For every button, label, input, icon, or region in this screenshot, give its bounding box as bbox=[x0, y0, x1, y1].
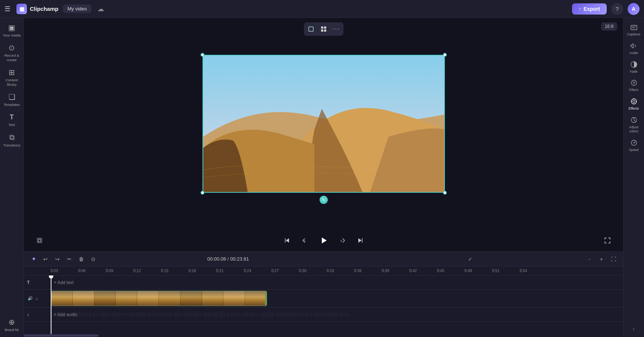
sidebar-item-templates[interactable]: ❑ Templates bbox=[1, 90, 22, 109]
redo-button[interactable]: ↪ bbox=[52, 254, 63, 264]
sidebar-label-transitions: Transitions bbox=[3, 143, 20, 147]
svg-rect-0 bbox=[309, 27, 313, 31]
filters-icon bbox=[630, 79, 638, 87]
zoom-out-button[interactable]: - bbox=[584, 254, 595, 264]
audio-label: Audio bbox=[629, 51, 638, 55]
timeline-area: ✦ ↩ ↪ ✂ 🗑 ⊙ 00:00.08 / 00:23.81 ✓ - + ⛶ bbox=[24, 251, 623, 337]
video-thumbnails bbox=[51, 291, 267, 306]
effects-label: Effects bbox=[629, 107, 639, 111]
right-sidebar-captions[interactable]: Captions bbox=[625, 21, 643, 39]
hamburger-button[interactable]: ☰ bbox=[4, 5, 10, 13]
sidebar-item-content-library[interactable]: ⊞ Content library bbox=[1, 66, 22, 89]
timeline-ruler: 0:03 0:06 0:09 0:12 0:15 0:18 0:21 0:24 … bbox=[24, 267, 623, 275]
skip-to-end-button[interactable] bbox=[354, 234, 367, 247]
video-clip[interactable] bbox=[51, 291, 267, 306]
captions-icon bbox=[630, 23, 638, 31]
thumb-4 bbox=[116, 291, 137, 306]
layout-tool-button[interactable] bbox=[318, 24, 329, 34]
play-pause-button[interactable] bbox=[316, 233, 332, 248]
audio-waveform: // Generate waveform bars inline const w… bbox=[51, 308, 623, 321]
playback-controls: 5 5 bbox=[24, 230, 623, 251]
fade-label: Fade bbox=[630, 70, 638, 74]
check-button[interactable]: ✓ bbox=[465, 254, 475, 264]
record-button[interactable]: ⊙ bbox=[88, 254, 98, 264]
playback-right bbox=[601, 234, 614, 247]
timeline-scrollbar-thumb[interactable] bbox=[24, 334, 98, 337]
handle-bottom-right[interactable] bbox=[443, 191, 447, 195]
sidebar-label-your-media: Your media bbox=[3, 33, 21, 37]
right-sidebar-effects[interactable]: Effects bbox=[625, 95, 643, 113]
thumb-7 bbox=[180, 291, 202, 306]
right-sidebar-audio[interactable]: Audio bbox=[625, 40, 643, 57]
transitions-icon: ⧉ bbox=[7, 133, 16, 142]
thumb-8 bbox=[202, 291, 224, 306]
skip-to-start-button[interactable] bbox=[280, 234, 293, 247]
right-sidebar-filters[interactable]: Filters bbox=[625, 76, 643, 94]
timeline-tracks: T + Add text 🔊 ♪ bbox=[24, 275, 623, 334]
speed-label: Speed bbox=[629, 148, 638, 152]
sidebar-item-text[interactable]: T Text bbox=[1, 110, 22, 129]
sidebar-item-transitions[interactable]: ⧉ Transitions bbox=[1, 131, 22, 149]
ruler-mark-5: 0:18 bbox=[189, 269, 216, 273]
ruler-marks: 0:03 0:06 0:09 0:12 0:15 0:18 0:21 0:24 … bbox=[51, 267, 547, 275]
svg-marker-15 bbox=[358, 238, 362, 243]
ruler-mark-15: 0:48 bbox=[465, 269, 492, 273]
crop-button[interactable] bbox=[33, 234, 46, 247]
right-sidebar-speed[interactable]: Speed bbox=[625, 136, 643, 154]
text-track-icon: T bbox=[27, 280, 30, 285]
magic-button[interactable]: ✦ bbox=[28, 254, 39, 264]
right-sidebar-collapse-button[interactable]: ‹ bbox=[625, 324, 643, 334]
svg-point-21 bbox=[631, 99, 637, 104]
right-sidebar-fade[interactable]: Fade bbox=[625, 58, 643, 76]
rotate-handle[interactable]: ↻ bbox=[320, 196, 328, 204]
timeline-scrollbar[interactable] bbox=[24, 334, 623, 337]
ruler-mark-17: 0:54 bbox=[520, 269, 547, 273]
sidebar-label-text: Text bbox=[9, 123, 15, 127]
undo-button[interactable]: ↩ bbox=[40, 254, 51, 264]
thumb-3 bbox=[94, 291, 116, 306]
fade-icon bbox=[630, 60, 638, 69]
handle-top-right[interactable] bbox=[443, 53, 447, 57]
sidebar-item-brand-kit[interactable]: ⊕ Brand kit bbox=[1, 315, 22, 334]
logo-icon: ▦ bbox=[16, 4, 27, 14]
fullscreen-button[interactable] bbox=[601, 234, 614, 247]
add-text-button[interactable]: + Add text bbox=[51, 275, 623, 289]
handle-bottom-left[interactable] bbox=[201, 191, 204, 195]
cloud-sync-icon: ☁ bbox=[97, 5, 104, 13]
text-icon: T bbox=[7, 113, 16, 122]
rewind-5s-button[interactable]: 5 bbox=[298, 234, 311, 247]
delete-button[interactable]: 🗑 bbox=[76, 254, 87, 264]
sidebar-item-your-media[interactable]: ▣ Your media bbox=[1, 21, 22, 40]
timeline-toolbar: ✦ ↩ ↪ ✂ 🗑 ⊙ 00:00.08 / 00:23.81 ✓ - + ⛶ bbox=[24, 252, 623, 267]
timeline-playhead[interactable] bbox=[51, 275, 51, 334]
export-button[interactable]: ↑ Export bbox=[572, 3, 607, 15]
expand-timeline-button[interactable]: ⛶ bbox=[608, 254, 619, 264]
thumb-1 bbox=[51, 291, 73, 306]
video-mute-button[interactable]: 🔊 bbox=[27, 295, 34, 302]
video-canvas[interactable] bbox=[202, 55, 445, 193]
handle-top-left[interactable] bbox=[201, 53, 204, 57]
user-avatar[interactable]: A bbox=[628, 3, 640, 15]
more-options-button[interactable]: ··· bbox=[331, 24, 342, 34]
ruler-mark-8: 0:27 bbox=[271, 269, 299, 273]
ruler-mark-0: 0:03 bbox=[51, 269, 78, 273]
thumb-6 bbox=[159, 291, 180, 306]
help-button[interactable]: ? bbox=[611, 3, 623, 15]
video-title[interactable]: My video bbox=[63, 4, 91, 13]
video-volume-button[interactable]: ♪ bbox=[35, 296, 39, 302]
svg-marker-12 bbox=[322, 237, 327, 243]
zoom-in-button[interactable]: + bbox=[596, 254, 607, 264]
forward-5s-button[interactable]: 5 bbox=[336, 234, 349, 247]
sidebar-label-record-create: Record & create bbox=[3, 53, 21, 62]
right-sidebar-adjust-colors[interactable]: Adjust colors bbox=[625, 114, 643, 136]
ruler-mark-6: 0:21 bbox=[216, 269, 244, 273]
adjust-colors-icon bbox=[630, 116, 638, 124]
video-track-content[interactable] bbox=[51, 290, 623, 307]
thumb-9 bbox=[223, 291, 245, 306]
svg-text:5: 5 bbox=[304, 240, 305, 242]
video-track: 🔊 ♪ bbox=[24, 290, 623, 308]
crop-tool-button[interactable] bbox=[305, 24, 317, 34]
ruler-mark-7: 0:24 bbox=[244, 269, 271, 273]
cut-button[interactable]: ✂ bbox=[64, 254, 75, 264]
sidebar-item-record-create[interactable]: ⊙ Record & create bbox=[1, 41, 22, 64]
